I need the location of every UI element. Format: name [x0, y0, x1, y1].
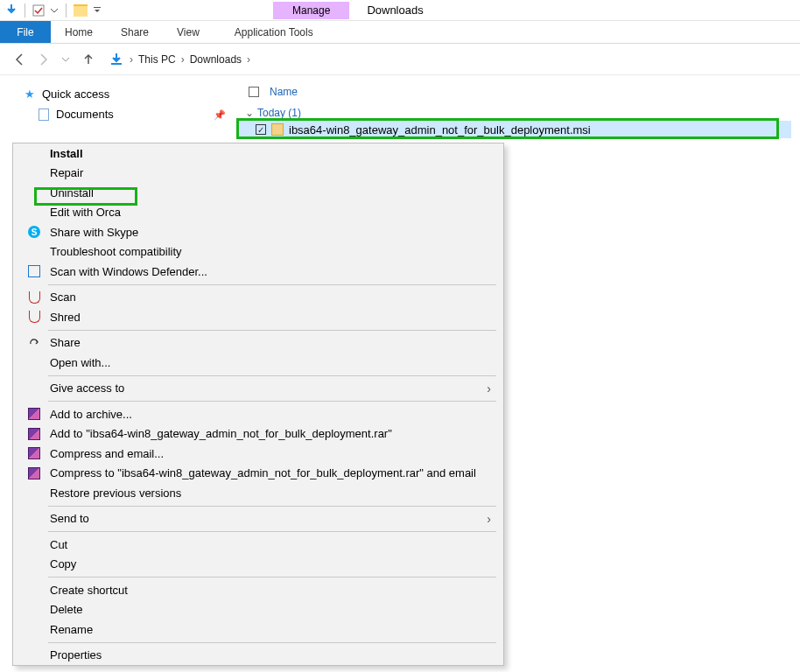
file-row[interactable]: ✓ ibsa64-win8_gateway_admin_not_for_bulk…: [236, 121, 791, 138]
menu-label: Share with Skype: [50, 226, 138, 239]
share-icon: [27, 336, 41, 350]
documents-label: Documents: [56, 108, 114, 121]
home-tab[interactable]: Home: [51, 21, 107, 43]
file-checkbox[interactable]: ✓: [256, 124, 266, 135]
menu-label: Compress to "ibsa64-win8_gateway_admin_n…: [50, 466, 476, 480]
quick-access-label: Quick access: [42, 88, 109, 101]
separator: [48, 642, 496, 643]
ribbon-tabs: File Home Share View Application Tools: [0, 21, 800, 44]
archive-icon: [28, 467, 40, 480]
menu-compress-to-email[interactable]: Compress to "ibsa64-win8_gateway_admin_n…: [13, 464, 503, 484]
svg-rect-2: [111, 63, 122, 65]
menu-edit-orca[interactable]: Edit with Orca: [13, 203, 503, 223]
mcafee-icon: [29, 291, 40, 304]
separator: [48, 375, 496, 376]
menu-share-skype[interactable]: SShare with Skype: [13, 222, 503, 242]
quick-access[interactable]: ★ Quick access: [25, 84, 236, 104]
titlebar: Manage Downloads: [0, 0, 800, 21]
checkbox-check-icon[interactable]: [32, 4, 45, 17]
menu-share[interactable]: Share: [13, 333, 503, 354]
menu-send-to[interactable]: Send to›: [13, 509, 503, 529]
menu-troubleshoot[interactable]: Troubleshoot compatibility: [13, 242, 503, 262]
separator: [48, 577, 496, 578]
menu-restore-versions[interactable]: Restore previous versions: [13, 483, 503, 503]
menu-shred[interactable]: Shred: [13, 307, 503, 327]
group-today[interactable]: ⌄Today (1): [236, 105, 791, 121]
share-tab[interactable]: Share: [107, 21, 163, 43]
skype-icon: S: [28, 226, 40, 238]
column-header[interactable]: Name: [236, 82, 791, 105]
menu-create-shortcut[interactable]: Create shortcut: [13, 580, 503, 600]
menu-copy[interactable]: Copy: [13, 555, 503, 575]
menu-repair[interactable]: Repair: [13, 164, 503, 184]
application-tools-tab[interactable]: Application Tools: [219, 21, 329, 43]
menu-label: Add to "ibsa64-win8_gateway_admin_not_fo…: [50, 427, 392, 440]
downloads-folder-icon: [109, 52, 124, 67]
chevron-right-icon[interactable]: ›: [181, 53, 185, 66]
name-column[interactable]: Name: [270, 86, 298, 98]
download-arrow-icon: [5, 4, 18, 17]
menu-label: Compress and email...: [50, 447, 164, 460]
separator: [66, 4, 67, 18]
pin-icon[interactable]: 📌: [214, 109, 226, 121]
manage-tab[interactable]: Manage: [273, 2, 349, 19]
menu-install[interactable]: Install: [13, 144, 503, 164]
select-all-checkbox[interactable]: [249, 87, 259, 97]
navigation-bar: › This PC › Downloads ›: [0, 44, 800, 75]
menu-rename[interactable]: Rename: [13, 620, 503, 640]
svg-rect-0: [33, 5, 44, 16]
chevron-down-icon[interactable]: ⌄: [245, 107, 254, 119]
menu-label: Scan: [50, 290, 76, 304]
menu-properties[interactable]: Properties: [13, 646, 503, 666]
menu-compress-email[interactable]: Compress and email...: [13, 444, 503, 464]
menu-label: Add to archive...: [50, 408, 132, 421]
mcafee-icon: [29, 311, 40, 323]
shield-icon: [28, 265, 40, 277]
context-menu: Install Repair Uninstall Edit with Orca …: [12, 143, 504, 666]
chevron-right-icon: ›: [487, 382, 491, 396]
breadcrumb: › This PC › Downloads ›: [109, 52, 250, 67]
separator: [48, 506, 496, 507]
recent-dropdown[interactable]: [58, 52, 74, 67]
menu-add-archive[interactable]: Add to archive...: [13, 404, 503, 424]
chevron-right-icon[interactable]: ›: [130, 53, 133, 66]
menu-open-with[interactable]: Open with...: [13, 353, 503, 373]
menu-defender[interactable]: Scan with Windows Defender...: [13, 262, 503, 282]
file-name: ibsa64-win8_gateway_admin_not_for_bulk_d…: [289, 123, 591, 136]
forward-button[interactable]: [35, 52, 51, 67]
star-icon: ★: [25, 88, 35, 101]
chevron-right-icon: ›: [487, 512, 491, 526]
separator: [48, 330, 496, 331]
breadcrumb-downloads[interactable]: Downloads: [190, 53, 242, 66]
document-icon: [39, 108, 49, 121]
separator: [48, 284, 496, 285]
window-title: Downloads: [367, 4, 423, 17]
archive-icon: [28, 428, 40, 440]
chevron-down-icon[interactable]: [50, 6, 59, 15]
menu-uninstall[interactable]: Uninstall: [13, 183, 503, 203]
breadcrumb-this-pc[interactable]: This PC: [138, 53, 176, 66]
folder-icon: [74, 4, 88, 17]
up-button[interactable]: [81, 52, 96, 67]
menu-label: Share: [50, 336, 81, 349]
menu-scan[interactable]: Scan: [13, 288, 503, 308]
file-tab[interactable]: File: [0, 21, 51, 43]
menu-add-to-rar[interactable]: Add to "ibsa64-win8_gateway_admin_not_fo…: [13, 424, 503, 444]
view-tab[interactable]: View: [163, 21, 214, 43]
menu-label: Scan with Windows Defender...: [50, 265, 207, 278]
menu-label: Shred: [50, 311, 81, 324]
menu-label: Give access to: [50, 382, 124, 395]
archive-icon: [28, 447, 40, 459]
separator: [48, 531, 496, 532]
chevron-right-icon[interactable]: ›: [247, 53, 250, 66]
separator: [25, 4, 25, 18]
quick-access-toolbar: [0, 4, 107, 18]
sidebar-documents[interactable]: Documents 📌: [25, 104, 236, 124]
menu-cut[interactable]: Cut: [13, 535, 503, 555]
separator: [48, 401, 496, 402]
menu-give-access[interactable]: Give access to›: [13, 379, 503, 399]
overflow-icon[interactable]: [93, 6, 102, 15]
menu-delete[interactable]: Delete: [13, 600, 503, 620]
back-button[interactable]: [12, 52, 28, 67]
group-today-label: Today (1): [257, 107, 301, 119]
